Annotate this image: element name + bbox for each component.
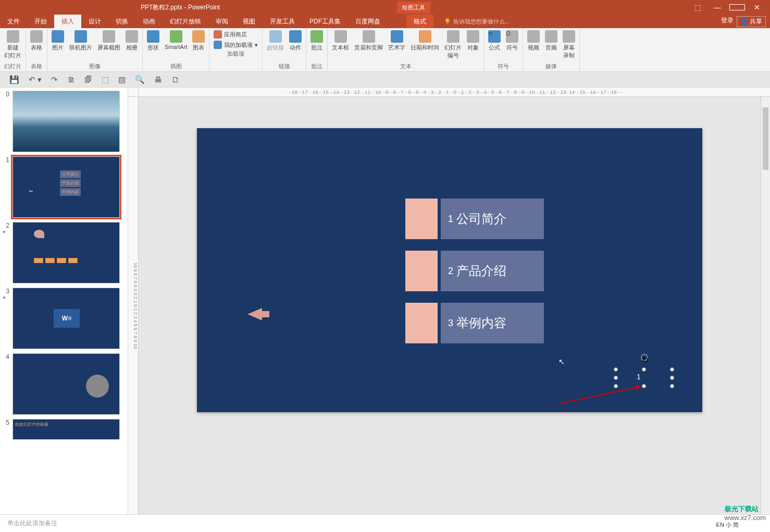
textbox-button[interactable]: 文本框 bbox=[332, 30, 349, 61]
photo-album-button[interactable]: 相册 bbox=[126, 30, 138, 61]
animation-star-icon: ★ bbox=[2, 295, 9, 300]
arrow-icon: ⬅ bbox=[29, 188, 33, 194]
pictures-button[interactable]: 图片 bbox=[52, 30, 64, 61]
resize-handle[interactable] bbox=[614, 384, 618, 388]
symbol-button[interactable]: Ω符号 bbox=[506, 30, 518, 61]
thumbnail-wrap[interactable]: 1 公司简介 产品介绍 举例内容 ⬅ bbox=[2, 156, 126, 218]
thumbnail-wrap[interactable]: 0 bbox=[2, 91, 126, 152]
qat-icon[interactable]: ⬚ bbox=[102, 75, 109, 84]
content-row-3[interactable]: 3举例内容 bbox=[405, 303, 544, 343]
slide-thumbnail-3[interactable]: W≡ bbox=[13, 288, 120, 349]
resize-handle[interactable] bbox=[614, 367, 618, 372]
qat-icon[interactable]: 🗎 bbox=[67, 75, 75, 84]
share-button[interactable]: 👤 共享 bbox=[737, 16, 766, 27]
thumbnail-wrap[interactable]: 5 此处幻灯片的标题 bbox=[2, 419, 126, 440]
tab-transitions[interactable]: 切换 bbox=[108, 15, 135, 28]
resize-handle[interactable] bbox=[642, 384, 646, 388]
ribbon: 新建 幻灯片 幻灯片 表格 表格 图片 联机图片 屏幕截图 相册 图像 形状 S… bbox=[0, 28, 770, 72]
store-button[interactable]: 应用商店 bbox=[214, 30, 258, 39]
comment-button[interactable]: 批注 bbox=[311, 30, 323, 61]
vertical-ruler[interactable]: 10 9 8 7 6 5 4 3 2 1 0 1 2 3 4 5 6 7 8 9… bbox=[128, 97, 139, 514]
redo-icon[interactable]: ↷ bbox=[51, 75, 58, 84]
slide-thumbnail-4[interactable] bbox=[13, 353, 120, 415]
screen-recording-button[interactable]: 屏幕 录制 bbox=[563, 30, 575, 61]
qat-icon[interactable]: 🔍 bbox=[135, 75, 145, 84]
ribbon-group-comments: 批注 批注 bbox=[306, 28, 328, 71]
tab-view[interactable]: 视图 bbox=[235, 15, 263, 28]
online-pictures-button[interactable]: 联机图片 bbox=[69, 30, 92, 61]
thumbnail-wrap[interactable]: 3★ W≡ bbox=[2, 288, 126, 349]
tab-review[interactable]: 审阅 bbox=[208, 15, 235, 28]
thumbnail-wrap[interactable]: 2★ bbox=[2, 222, 126, 283]
tell-me-search[interactable]: 💡告诉我您想要做什么... bbox=[444, 18, 510, 26]
content-row-2[interactable]: 2产品介绍 bbox=[405, 251, 544, 291]
maximize-icon[interactable] bbox=[729, 3, 745, 12]
tab-developer[interactable]: 开发工具 bbox=[263, 15, 302, 28]
slide-canvas-scroll[interactable]: 1公司简介 2产品介绍 3举例内容 ↖ ↻ bbox=[139, 97, 761, 514]
tab-design[interactable]: 设计 bbox=[81, 15, 108, 28]
selected-textbox[interactable]: ↻ 1 bbox=[616, 369, 672, 386]
num-box[interactable] bbox=[405, 199, 438, 239]
action-button[interactable]: 动作 bbox=[289, 30, 302, 61]
resize-handle[interactable] bbox=[614, 376, 618, 380]
scrollbar-thumb[interactable] bbox=[763, 107, 768, 170]
object-button[interactable]: 对象 bbox=[467, 30, 479, 61]
hyperlink-button[interactable]: 超链接 bbox=[267, 30, 284, 61]
smartart-button[interactable]: SmartArt bbox=[165, 30, 187, 61]
horizontal-ruler[interactable]: ···18···17···16···15···14···13···12···11… bbox=[139, 88, 770, 97]
arrow-shape[interactable] bbox=[247, 308, 262, 320]
num-box[interactable] bbox=[405, 251, 438, 291]
content-row-1[interactable]: 1公司简介 bbox=[405, 199, 544, 239]
my-addins-button[interactable]: 我的加载项 ▾ bbox=[214, 41, 258, 49]
slide-thumbnail-2[interactable] bbox=[13, 222, 120, 283]
slide-canvas[interactable]: 1公司简介 2产品介绍 3举例内容 ↖ ↻ bbox=[197, 128, 702, 412]
wordart-button[interactable]: 艺术字 bbox=[388, 30, 405, 61]
login-button[interactable]: 登录 bbox=[721, 16, 734, 27]
qat-icon[interactable]: 🖶 bbox=[154, 75, 162, 84]
resize-handle[interactable] bbox=[670, 367, 674, 372]
qat-icon[interactable]: 🗐 bbox=[84, 75, 92, 84]
slide-thumbnail-panel[interactable]: 0 1 公司简介 产品介绍 举例内容 ⬅ 2★ 3★ W bbox=[0, 88, 128, 514]
undo-icon[interactable]: ↶ ▾ bbox=[29, 75, 42, 84]
qat-icon[interactable]: 🗋 bbox=[171, 75, 179, 84]
tab-pdf[interactable]: PDF工具集 bbox=[302, 15, 348, 28]
textbox-content[interactable]: 1 bbox=[637, 373, 641, 381]
tab-file[interactable]: 文件 bbox=[0, 15, 27, 28]
qat-icon[interactable]: ▤ bbox=[118, 75, 126, 84]
slide-thumbnail-5[interactable]: 此处幻灯片的标题 bbox=[13, 419, 120, 440]
ribbon-options-icon[interactable]: ⬚ bbox=[690, 3, 705, 12]
resize-handle[interactable] bbox=[642, 367, 646, 372]
rotate-handle-icon[interactable]: ↻ bbox=[641, 354, 648, 361]
header-footer-button[interactable]: 页眉和页脚 bbox=[354, 30, 383, 61]
tab-home[interactable]: 开始 bbox=[27, 15, 54, 28]
tab-baidu[interactable]: 百度网盘 bbox=[348, 15, 388, 28]
save-icon[interactable]: 💾 bbox=[9, 75, 19, 84]
text-box[interactable]: 2产品介绍 bbox=[441, 251, 544, 291]
tab-slideshow[interactable]: 幻灯片放映 bbox=[163, 15, 208, 28]
text-box[interactable]: 1公司简介 bbox=[441, 199, 544, 239]
screenshot-button[interactable]: 屏幕截图 bbox=[97, 30, 120, 61]
tab-format[interactable]: 格式 bbox=[406, 15, 433, 28]
text-box[interactable]: 3举例内容 bbox=[441, 303, 544, 343]
new-slide-button[interactable]: 新建 幻灯片 bbox=[4, 30, 21, 61]
shapes-button[interactable]: 形状 bbox=[147, 30, 159, 61]
resize-handle[interactable] bbox=[670, 376, 674, 380]
datetime-button[interactable]: 日期和时间 bbox=[411, 30, 439, 61]
tab-insert[interactable]: 插入 bbox=[54, 15, 81, 28]
slide-thumbnail-0[interactable] bbox=[13, 91, 120, 152]
audio-button[interactable]: 音频 bbox=[545, 30, 557, 61]
minimize-icon[interactable]: — bbox=[710, 3, 725, 12]
thumbnail-wrap[interactable]: 4 bbox=[2, 353, 126, 415]
equation-button[interactable]: π公式 bbox=[488, 30, 501, 61]
tab-animations[interactable]: 动画 bbox=[135, 15, 163, 28]
video-button[interactable]: 视频 bbox=[527, 30, 540, 61]
notes-pane[interactable]: 单击此处添加备注 bbox=[0, 514, 770, 532]
close-icon[interactable]: ✕ bbox=[749, 3, 765, 12]
resize-handle[interactable] bbox=[670, 384, 674, 388]
vertical-scrollbar[interactable] bbox=[761, 97, 770, 514]
slide-thumbnail-1[interactable]: 公司简介 产品介绍 举例内容 ⬅ bbox=[13, 156, 120, 218]
chart-button[interactable]: 图表 bbox=[192, 30, 205, 61]
num-box[interactable] bbox=[405, 303, 438, 343]
slide-number-button[interactable]: 幻灯片 编号 bbox=[444, 30, 462, 61]
table-button[interactable]: 表格 bbox=[30, 30, 43, 61]
